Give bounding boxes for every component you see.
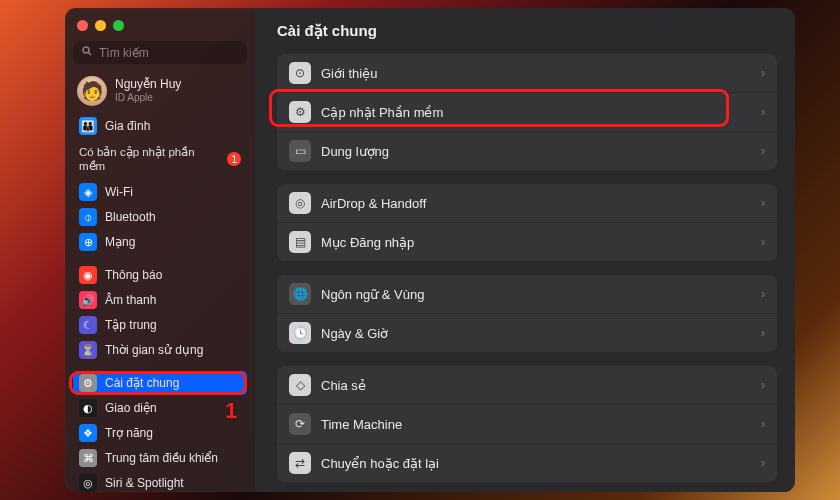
- settings-group-2: 🌐Ngôn ngữ & Vùng›🕓Ngày & Giờ›: [277, 275, 777, 352]
- chevron-right-icon: ›: [761, 196, 765, 210]
- sidebar-item-label: Wi-Fi: [105, 185, 133, 199]
- sidebar-icon: ⌘: [79, 449, 97, 467]
- window-controls: [73, 18, 247, 41]
- user-sub: ID Apple: [115, 92, 181, 104]
- settings-group-3: ◇Chia sẻ›⟳Time Machine›⇄Chuyển hoặc đặt …: [277, 366, 777, 482]
- minimize-window-button[interactable]: [95, 20, 106, 31]
- search-placeholder: Tìm kiếm: [99, 46, 149, 60]
- sidebar-item-9[interactable]: ❖Trợ năng: [73, 421, 247, 445]
- row-label: Time Machine: [321, 417, 751, 432]
- sidebar-item-label: Siri & Spotlight: [105, 476, 184, 490]
- chevron-right-icon: ›: [761, 235, 765, 249]
- sidebar-icon: ❖: [79, 424, 97, 442]
- update-note-text: Có bản cập nhật phần mềm: [79, 145, 219, 173]
- sidebar-item-1[interactable]: ⌽Bluetooth: [73, 205, 247, 229]
- settings-row[interactable]: ⊙Giới thiệu›: [277, 54, 777, 92]
- row-label: Dung lượng: [321, 144, 751, 159]
- fullscreen-window-button[interactable]: [113, 20, 124, 31]
- sidebar-icon: ◈: [79, 183, 97, 201]
- sidebar-item-label: Tập trung: [105, 318, 157, 332]
- sidebar-item-11[interactable]: ◎Siri & Spotlight: [73, 471, 247, 492]
- row-label: Giới thiệu: [321, 66, 751, 81]
- sidebar-item-3[interactable]: ◉Thông báo: [73, 263, 247, 287]
- row-label: Ngôn ngữ & Vùng: [321, 287, 751, 302]
- settings-row[interactable]: ▤Mục Đăng nhập›: [277, 222, 777, 261]
- row-icon: ⇄: [289, 452, 311, 474]
- sidebar-icon: ☾: [79, 316, 97, 334]
- user-name: Nguyễn Huy: [115, 78, 181, 92]
- row-icon: ▤: [289, 231, 311, 253]
- page-title: Cài đặt chung: [277, 22, 777, 40]
- avatar: 🧑: [77, 76, 107, 106]
- svg-line-1: [89, 53, 92, 56]
- search-icon: [81, 45, 93, 60]
- sidebar-item-10[interactable]: ⌘Trung tâm điều khiển: [73, 446, 247, 470]
- chevron-right-icon: ›: [761, 456, 765, 470]
- sidebar-icon: ⌽: [79, 208, 97, 226]
- sidebar-item-label: Cài đặt chung: [105, 376, 179, 390]
- settings-row[interactable]: 🌐Ngôn ngữ & Vùng›: [277, 275, 777, 313]
- sidebar-item-family[interactable]: 👪 Gia đình: [73, 114, 247, 138]
- sidebar-item-label: Bluetooth: [105, 210, 156, 224]
- row-icon: ⚙: [289, 101, 311, 123]
- chevron-right-icon: ›: [761, 105, 765, 119]
- chevron-right-icon: ›: [761, 378, 765, 392]
- main-panel: Cài đặt chung ⊙Giới thiệu›⚙Cập nhật Phần…: [255, 8, 795, 492]
- row-icon: ◎: [289, 192, 311, 214]
- settings-row[interactable]: 🕓Ngày & Giờ›: [277, 313, 777, 352]
- sidebar-item-label: Âm thanh: [105, 293, 156, 307]
- sidebar-item-4[interactable]: 🔊Âm thanh: [73, 288, 247, 312]
- settings-row[interactable]: ⟳Time Machine›: [277, 404, 777, 443]
- sidebar-item-8[interactable]: ◐Giao diện: [73, 396, 247, 420]
- close-window-button[interactable]: [77, 20, 88, 31]
- row-label: Ngày & Giờ: [321, 326, 751, 341]
- chevron-right-icon: ›: [761, 417, 765, 431]
- annotation-1: 1: [225, 398, 237, 424]
- sidebar-item-6[interactable]: ⏳Thời gian sử dụng: [73, 338, 247, 362]
- sidebar-item-0[interactable]: ◈Wi-Fi: [73, 180, 247, 204]
- settings-group-0: ⊙Giới thiệu›⚙Cập nhật Phần mềm›▭Dung lượ…: [277, 54, 777, 170]
- settings-row[interactable]: ▭Dung lượng›: [277, 131, 777, 170]
- settings-row[interactable]: ◎AirDrop & Handoff›: [277, 184, 777, 222]
- chevron-right-icon: ›: [761, 287, 765, 301]
- sidebar-icon: ⊕: [79, 233, 97, 251]
- sidebar-icon: ◎: [79, 474, 97, 492]
- row-label: Cập nhật Phần mềm: [321, 105, 751, 120]
- settings-row[interactable]: ⇄Chuyển hoặc đặt lại›: [277, 443, 777, 482]
- row-label: Chuyển hoặc đặt lại: [321, 456, 751, 471]
- sidebar-item-5[interactable]: ☾Tập trung: [73, 313, 247, 337]
- sidebar-icon: 🔊: [79, 291, 97, 309]
- apple-id-row[interactable]: 🧑 Nguyễn Huy ID Apple: [73, 74, 247, 114]
- sidebar-item-label: Trợ năng: [105, 426, 153, 440]
- sidebar: Tìm kiếm 🧑 Nguyễn Huy ID Apple 👪 Gia đìn…: [65, 8, 255, 492]
- sidebar-icon: ⚙: [79, 374, 97, 392]
- family-icon: 👪: [79, 117, 97, 135]
- row-label: Chia sẻ: [321, 378, 751, 393]
- row-icon: ◇: [289, 374, 311, 396]
- row-icon: ▭: [289, 140, 311, 162]
- sidebar-item-label: Thông báo: [105, 268, 162, 282]
- search-input[interactable]: Tìm kiếm: [73, 41, 247, 64]
- settings-row[interactable]: ⚙Cập nhật Phần mềm›: [277, 92, 777, 131]
- sidebar-item-7[interactable]: ⚙Cài đặt chung: [73, 371, 247, 395]
- row-icon: ⊙: [289, 62, 311, 84]
- update-badge: 1: [227, 152, 241, 166]
- chevron-right-icon: ›: [761, 326, 765, 340]
- settings-window: Tìm kiếm 🧑 Nguyễn Huy ID Apple 👪 Gia đìn…: [65, 8, 795, 492]
- sidebar-item-label: Gia đình: [105, 119, 150, 133]
- chevron-right-icon: ›: [761, 144, 765, 158]
- sidebar-item-2[interactable]: ⊕Mạng: [73, 230, 247, 254]
- row-icon: ⟳: [289, 413, 311, 435]
- svg-point-0: [83, 47, 89, 53]
- sidebar-item-label: Giao diện: [105, 401, 157, 415]
- chevron-right-icon: ›: [761, 66, 765, 80]
- settings-row[interactable]: ◇Chia sẻ›: [277, 366, 777, 404]
- row-icon: 🌐: [289, 283, 311, 305]
- sidebar-icon: ◐: [79, 399, 97, 417]
- row-label: AirDrop & Handoff: [321, 196, 751, 211]
- row-label: Mục Đăng nhập: [321, 235, 751, 250]
- settings-group-1: ◎AirDrop & Handoff›▤Mục Đăng nhập›: [277, 184, 777, 261]
- sidebar-item-label: Mạng: [105, 235, 135, 249]
- sidebar-icon: ⏳: [79, 341, 97, 359]
- software-update-notice[interactable]: Có bản cập nhật phần mềm 1: [73, 139, 247, 179]
